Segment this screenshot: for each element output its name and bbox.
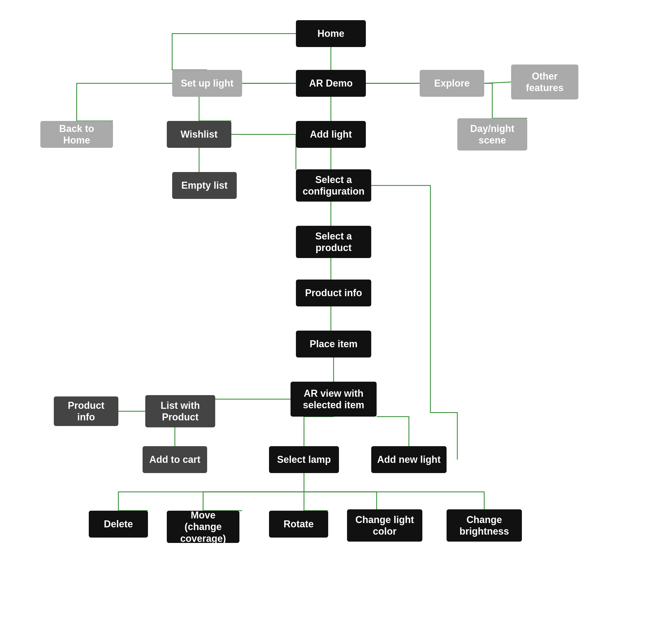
- node-change_light_color: Change light color: [347, 509, 422, 542]
- node-add_light: Add light: [296, 121, 366, 148]
- node-explore: Explore: [420, 70, 484, 97]
- node-select_config: Select a configuration: [296, 169, 371, 202]
- svg-line-1: [484, 82, 511, 83]
- flowchart-diagram: HomeSet up lightAR DemoExploreOther feat…: [0, 0, 658, 644]
- node-product_info_main: Product info: [296, 279, 371, 306]
- node-list_with_product: List with Product: [145, 395, 215, 428]
- node-place_item: Place item: [296, 330, 371, 358]
- node-select_lamp: Select lamp: [269, 446, 339, 473]
- node-rotate: Rotate: [269, 511, 328, 537]
- node-back_to_home: Back to Home: [40, 121, 113, 148]
- node-add_new_light: Add new light: [371, 446, 446, 473]
- node-ar_demo: AR Demo: [296, 70, 366, 97]
- node-move: Move (change coverage): [167, 511, 239, 543]
- node-wishlist: Wishlist: [167, 121, 231, 148]
- node-product_info_left: Product info: [54, 396, 118, 426]
- node-add_to_cart: Add to cart: [142, 446, 207, 473]
- node-day_night: Day/night scene: [457, 118, 527, 151]
- node-home: Home: [296, 20, 366, 47]
- node-delete: Delete: [89, 511, 148, 537]
- node-other_features: Other features: [511, 65, 578, 99]
- node-select_product: Select a product: [296, 226, 371, 258]
- node-setup_light: Set up light: [172, 70, 242, 97]
- node-ar_view: AR view with selected item: [290, 382, 377, 417]
- node-empty_list: Empty list: [172, 172, 237, 199]
- node-change_brightness: Change brightness: [446, 509, 522, 542]
